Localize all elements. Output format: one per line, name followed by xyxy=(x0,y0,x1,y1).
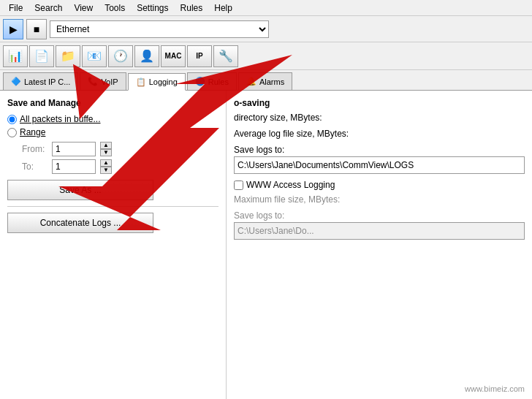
menu-view[interactable]: View xyxy=(68,1,99,15)
save-logs-label2: Save logs to: xyxy=(234,210,525,221)
log-size-row: Average log file size, MBytes: xyxy=(234,129,525,139)
menu-tools[interactable]: Tools xyxy=(99,1,131,15)
left-panel: Save and Manage All packets in buffe... … xyxy=(0,91,227,399)
toolbar2-btn-ip[interactable]: IP xyxy=(187,45,212,67)
save-logs-row2: Save logs to: xyxy=(234,210,525,240)
dir-size-label: directory size, MBytes: xyxy=(234,113,525,123)
to-up-btn[interactable]: ▲ xyxy=(100,159,112,167)
toolbar2-btn-mac[interactable]: MAC xyxy=(161,45,186,67)
tab-alarms-label: Alarms xyxy=(259,77,284,86)
toolbar1: ▶ ■ Ethernet xyxy=(0,16,532,42)
tab-alarms-icon: 🔔 xyxy=(246,77,256,86)
menu-file[interactable]: File xyxy=(3,1,28,15)
menu-bar: File Search View Tools Settings Rules He… xyxy=(0,0,532,16)
to-input[interactable] xyxy=(52,159,96,174)
log-size-label: Average log file size, MBytes: xyxy=(234,129,525,139)
tab-rules-label: Rules xyxy=(208,77,229,86)
tab-voip[interactable]: 📞 VoIP xyxy=(80,72,126,90)
menu-help[interactable]: Help xyxy=(208,1,238,15)
tab-latest-ip[interactable]: 🔷 Latest IP C... xyxy=(3,72,78,90)
stop-button[interactable]: ■ xyxy=(26,19,47,39)
to-label: To: xyxy=(22,162,48,172)
play-button[interactable]: ▶ xyxy=(3,19,23,39)
watermark: www.bimeiz.com xyxy=(465,384,525,393)
toolbar2-btn-chart[interactable]: 📊 xyxy=(3,45,28,67)
to-spinner: ▲ ▼ xyxy=(100,159,112,174)
tab-latest-ip-label: Latest IP C... xyxy=(24,77,70,86)
tab-voip-label: VoIP xyxy=(101,77,118,86)
menu-rules[interactable]: Rules xyxy=(175,1,209,15)
left-panel-title: Save and Manage xyxy=(7,98,218,108)
toolbar2-btn-wrench[interactable]: 🔧 xyxy=(213,45,238,67)
adapter-select[interactable]: Ethernet xyxy=(50,20,269,38)
radio-all-packets-row: All packets in buffe... xyxy=(7,114,218,124)
tab-voip-icon: 📞 xyxy=(88,77,98,86)
radio-group: All packets in buffe... Range xyxy=(7,114,218,137)
www-logging-checkbox[interactable] xyxy=(234,180,243,190)
radio-all-packets-label: All packets in buffe... xyxy=(20,114,101,124)
from-down-btn[interactable]: ▼ xyxy=(100,149,112,156)
tab-logging[interactable]: 📋 Logging xyxy=(128,73,186,91)
tab-rules[interactable]: 🔵 Rules xyxy=(187,72,237,90)
toolbar2-btn-clock[interactable]: 🕐 xyxy=(108,45,133,67)
from-row: From: ▲ ▼ xyxy=(22,142,218,156)
to-row: To: ▲ ▼ xyxy=(22,159,218,174)
radio-range-row: Range xyxy=(7,127,218,137)
from-label: From: xyxy=(22,144,48,154)
save-logs-label: Save logs to: xyxy=(234,145,525,155)
tab-rules-icon: 🔵 xyxy=(195,77,205,86)
tab-alarms[interactable]: 🔔 Alarms xyxy=(238,72,292,90)
toolbar2-btn-doc[interactable]: 📄 xyxy=(29,45,54,67)
tab-logging-icon: 📋 xyxy=(136,77,146,87)
toolbar2-btn-email[interactable]: 📧 xyxy=(82,45,107,67)
radio-range-label: Range xyxy=(20,127,45,137)
separator xyxy=(7,206,218,207)
tab-bar: 🔷 Latest IP C... 📞 VoIP 📋 Logging 🔵 Rule… xyxy=(0,70,532,91)
toolbar2-btn-user[interactable]: 👤 xyxy=(134,45,159,67)
www-logging-row: WWW Access Logging xyxy=(234,180,525,190)
max-file-label: Maximum file size, MBytes: xyxy=(234,194,525,205)
menu-search[interactable]: Search xyxy=(28,1,68,15)
tab-logging-label: Logging xyxy=(149,77,178,86)
right-section-title: o-saving xyxy=(234,98,525,108)
www-logging-label: WWW Access Logging xyxy=(246,180,335,190)
save-logs-row: Save logs to: xyxy=(234,145,525,174)
save-logs-path-input2 xyxy=(234,222,525,240)
to-down-btn[interactable]: ▼ xyxy=(100,167,112,174)
menu-settings[interactable]: Settings xyxy=(131,1,174,15)
toolbar2: 📊 📄 📁 📧 🕐 👤 MAC IP 🔧 xyxy=(0,42,532,70)
tab-latest-ip-icon: 🔷 xyxy=(11,77,21,86)
concatenate-logs-button[interactable]: Concatenate Logs ... xyxy=(7,213,153,233)
right-panel: o-saving directory size, MBytes: Average… xyxy=(227,91,532,399)
toolbar2-btn-folder[interactable]: 📁 xyxy=(56,45,80,67)
save-as-button[interactable]: Save As ... xyxy=(7,180,153,200)
from-up-btn[interactable]: ▲ xyxy=(100,142,112,149)
dir-size-row: directory size, MBytes: xyxy=(234,113,525,123)
max-file-row: Maximum file size, MBytes: xyxy=(234,194,525,205)
save-logs-path-input[interactable] xyxy=(234,156,525,174)
radio-range[interactable] xyxy=(7,128,17,137)
radio-all-packets[interactable] xyxy=(7,115,17,124)
main-content: Save and Manage All packets in buffe... … xyxy=(0,91,532,399)
from-input[interactable] xyxy=(52,142,96,156)
from-spinner: ▲ ▼ xyxy=(100,142,112,156)
